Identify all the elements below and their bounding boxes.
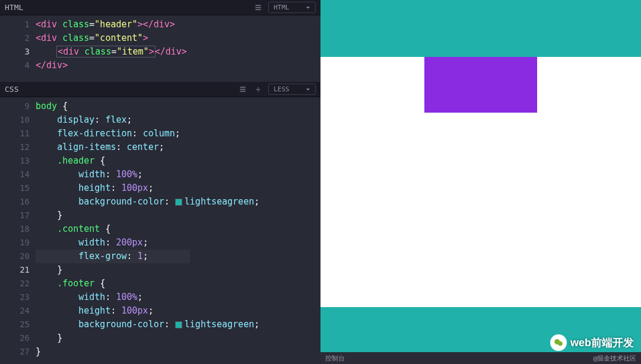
svg-rect-0 (255, 5, 261, 6)
css-panel-title: CSS (5, 85, 18, 94)
svg-rect-3 (240, 87, 245, 88)
html-settings-icon[interactable] (253, 2, 264, 13)
console-label: 控制台 (325, 354, 345, 363)
svg-rect-4 (240, 88, 245, 90)
console-bar[interactable]: 控制台 @掘金技术社区 (320, 352, 641, 364)
css-gutter: 9 10 11 12 13 14 15 16 17 18 19 20 21 22… (0, 97, 36, 364)
wechat-icon (550, 334, 567, 351)
chevron-down-icon (306, 87, 310, 92)
html-gutter: 1 2 3 4 (0, 15, 36, 82)
html-code[interactable]: <div class="header"></div> <div class="c… (36, 15, 320, 82)
svg-point-9 (558, 341, 563, 346)
console-credit: @掘金技术社区 (593, 354, 636, 363)
html-panel-header: HTML HTML (0, 0, 320, 15)
html-panel-title: HTML (5, 3, 23, 12)
html-code-area[interactable]: 1 2 3 4 <div class="header"></div> <div … (0, 15, 320, 82)
watermark-text: web前端开发 (570, 336, 634, 350)
preview-content (320, 57, 641, 307)
editor-pane: HTML HTML 1 2 3 4 <div class="header"></… (0, 0, 320, 364)
css-add-icon[interactable] (253, 84, 264, 95)
watermark: web前端开发 (550, 334, 634, 351)
preview-header (320, 0, 641, 57)
preview-item (424, 57, 537, 113)
svg-rect-5 (240, 91, 245, 92)
preview-pane: 控制台 @掘金技术社区 web前端开发 (320, 0, 641, 364)
css-code-area[interactable]: 9 10 11 12 13 14 15 16 17 18 19 20 21 22… (0, 97, 320, 364)
css-lang-label: LESS (274, 85, 290, 93)
html-lang-label: HTML (274, 4, 290, 11)
chevron-down-icon (306, 5, 310, 10)
css-code[interactable]: body { display: flex; flex-direction: co… (36, 97, 320, 364)
svg-rect-2 (255, 9, 261, 10)
svg-rect-1 (255, 7, 261, 8)
css-panel-header: CSS LESS (0, 82, 320, 97)
html-lang-dropdown[interactable]: HTML (268, 2, 316, 13)
css-lang-dropdown[interactable]: LESS (268, 84, 316, 95)
css-settings-icon[interactable] (237, 84, 248, 95)
